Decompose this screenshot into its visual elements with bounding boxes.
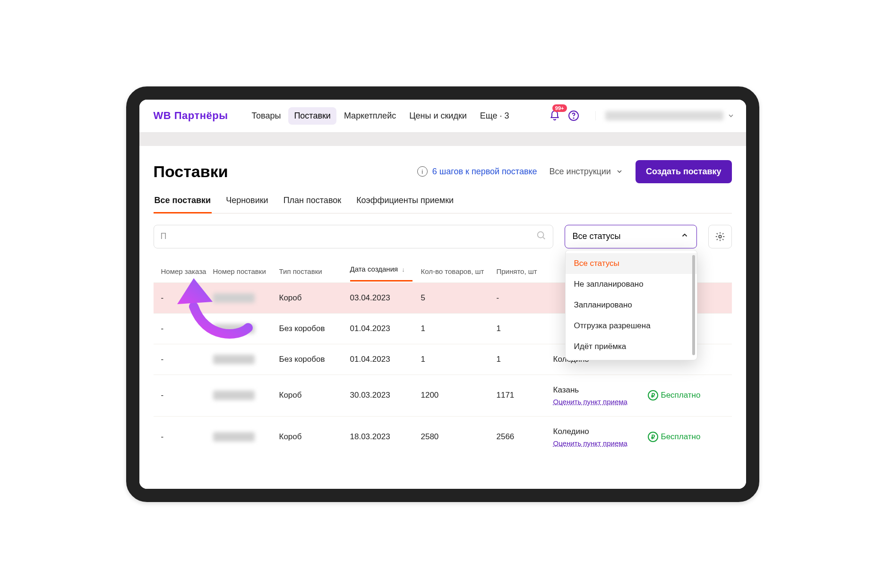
status-filter-dropdown[interactable]: Все статусы Все статусы Не запланировано… xyxy=(565,225,697,248)
th-qty[interactable]: Кол-во товаров, шт xyxy=(421,267,497,275)
cell-supply xyxy=(213,293,279,303)
cell-accepted: 1 xyxy=(497,355,553,364)
cell-accepted: 1 xyxy=(497,324,553,333)
cell-type: Короб xyxy=(279,391,350,400)
create-supply-button[interactable]: Создать поставку xyxy=(636,160,732,183)
cell-accepted: - xyxy=(497,293,553,303)
cell-type: Короб xyxy=(279,293,350,303)
user-menu[interactable] xyxy=(595,111,735,120)
cell-destination: Казань Оценить пункт приема xyxy=(553,385,648,406)
nav-items: Товары Поставки Маркетплейс Цены и скидк… xyxy=(246,107,515,125)
cell-order: - xyxy=(161,324,213,333)
cell-order: - xyxy=(161,293,213,303)
page-content: Поставки i 6 шагов к первой поставке Все… xyxy=(139,146,746,458)
status-filter-label: Все статусы xyxy=(573,231,621,241)
dest-name: Казань xyxy=(553,385,648,395)
rate-point-link[interactable]: Оценить пункт приема xyxy=(553,439,648,447)
cell-order: - xyxy=(161,432,213,442)
cell-supply xyxy=(213,432,279,442)
cell-qty: 1200 xyxy=(421,391,497,400)
blurred-value xyxy=(213,324,255,333)
cell-qty: 2580 xyxy=(421,432,497,442)
nav-item-marketplace[interactable]: Маркетплейс xyxy=(338,107,402,125)
top-nav: WB Партнёры Товары Поставки Маркетплейс … xyxy=(139,100,746,133)
tab-plan[interactable]: План поставок xyxy=(283,196,342,213)
nav-item-supplies[interactable]: Поставки xyxy=(288,107,336,125)
chevron-down-icon xyxy=(616,168,623,175)
status-option-planned[interactable]: Запланировано xyxy=(566,295,697,315)
th-created-date[interactable]: Дата создания ↓ xyxy=(350,265,421,278)
ruble-icon: ₽ xyxy=(648,390,658,401)
help-button[interactable] xyxy=(564,106,583,125)
dest-name: Коледино xyxy=(553,427,648,436)
chevron-up-icon xyxy=(680,231,689,242)
brand-logo: WB Партнёры xyxy=(154,110,228,122)
th-created-date-label: Дата создания xyxy=(350,265,398,273)
app-screen: WB Партнёры Товары Поставки Маркетплейс … xyxy=(139,100,746,489)
th-accepted[interactable]: Принято, шт xyxy=(497,267,553,275)
svg-point-1 xyxy=(573,118,574,118)
sort-desc-icon: ↓ xyxy=(402,266,405,273)
page-title: Поставки xyxy=(154,162,228,181)
th-order-number[interactable]: Номер заказа xyxy=(161,267,213,275)
chevron-down-icon xyxy=(727,112,735,119)
tabs: Все поставки Черновики План поставок Коэ… xyxy=(154,196,732,213)
th-supply-number[interactable]: Номер поставки xyxy=(213,267,279,275)
user-name-blurred xyxy=(605,111,723,120)
blurred-value xyxy=(213,355,255,364)
table-settings-button[interactable] xyxy=(708,225,732,248)
help-link-text: 6 шагов к первой поставке xyxy=(432,167,537,177)
cell-date: 01.04.2023 xyxy=(350,355,421,364)
status-option-not-planned[interactable]: Не запланировано xyxy=(566,274,697,295)
rate-point-link[interactable]: Оценить пункт приема xyxy=(553,398,648,406)
search-input[interactable]: П xyxy=(154,225,553,248)
nav-item-prices[interactable]: Цены и скидки xyxy=(404,107,473,125)
info-icon: i xyxy=(417,166,428,177)
cell-type: Без коробов xyxy=(279,355,350,364)
cell-type: Без коробов xyxy=(279,324,350,333)
instructions-label: Все инструкции xyxy=(550,167,611,177)
dropdown-scrollbar[interactable] xyxy=(692,255,695,355)
blurred-value xyxy=(213,391,255,400)
cell-date: 03.04.2023 xyxy=(350,293,421,303)
search-placeholder-text: П xyxy=(161,231,167,241)
cell-order: - xyxy=(161,391,213,400)
cell-accepted: 1171 xyxy=(497,391,553,400)
instructions-dropdown[interactable]: Все инструкции xyxy=(550,167,623,177)
cell-coef: ₽ Бесплатно xyxy=(648,390,719,401)
table-row[interactable]: - Короб 30.03.2023 1200 1171 Казань Оцен… xyxy=(154,375,732,416)
blurred-value xyxy=(213,293,255,303)
cell-date: 01.04.2023 xyxy=(350,324,421,333)
filters-row: П Все статусы Все статусы Не з xyxy=(154,225,732,248)
tab-drafts[interactable]: Черновики xyxy=(225,196,269,213)
cell-type: Короб xyxy=(279,432,350,442)
cell-supply xyxy=(213,355,279,364)
tablet-frame: WB Партнёры Товары Поставки Маркетплейс … xyxy=(126,86,759,502)
first-supply-help-link[interactable]: i 6 шагов к первой поставке xyxy=(417,166,537,177)
help-icon xyxy=(568,110,579,121)
tab-coefficients[interactable]: Коэффициенты приемки xyxy=(355,196,455,213)
grey-subheader-bar xyxy=(139,133,746,146)
cell-qty: 1 xyxy=(421,355,497,364)
gear-icon xyxy=(715,231,725,242)
nav-item-more[interactable]: Еще · 3 xyxy=(474,107,515,125)
status-option-all[interactable]: Все статусы xyxy=(566,253,697,274)
cell-supply xyxy=(213,324,279,333)
status-dropdown-panel: Все статусы Не запланировано Запланирова… xyxy=(565,250,697,360)
cell-accepted: 2566 xyxy=(497,432,553,442)
th-supply-type[interactable]: Тип поставки xyxy=(279,267,350,275)
cell-qty: 5 xyxy=(421,293,497,303)
page-header: Поставки i 6 шагов к первой поставке Все… xyxy=(154,160,732,183)
cell-date: 30.03.2023 xyxy=(350,391,421,400)
cell-destination: Коледино Оценить пункт приема xyxy=(553,427,648,447)
cell-order: - xyxy=(161,355,213,364)
cell-coef: ₽ Бесплатно xyxy=(648,432,719,442)
tab-all-supplies[interactable]: Все поставки xyxy=(154,196,212,213)
table-row[interactable]: - Короб 18.03.2023 2580 2566 Коледино Оц… xyxy=(154,416,732,458)
nav-item-goods[interactable]: Товары xyxy=(246,107,287,125)
search-icon xyxy=(536,230,546,243)
status-option-shipping-allowed[interactable]: Отгрузка разрешена xyxy=(566,315,697,336)
status-option-accepting[interactable]: Идёт приёмка xyxy=(566,336,697,357)
notifications-button[interactable]: 99+ xyxy=(545,106,564,125)
svg-point-2 xyxy=(537,232,543,238)
